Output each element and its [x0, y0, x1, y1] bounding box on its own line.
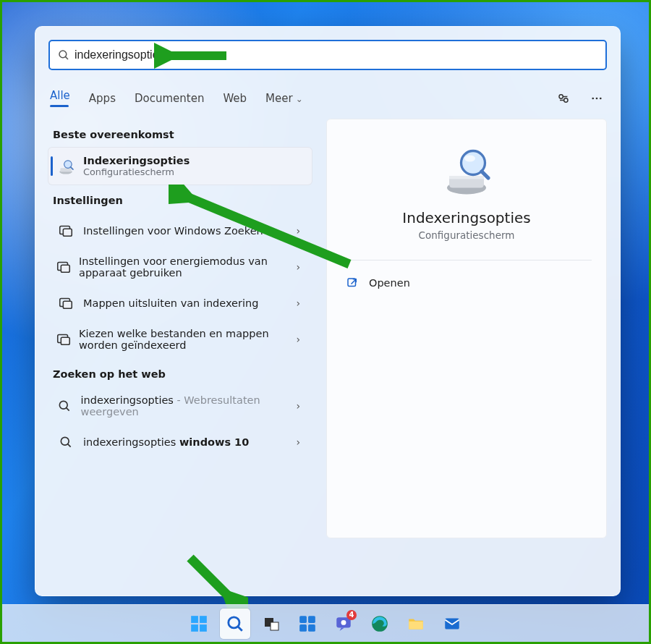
settings-icon [56, 257, 72, 277]
settings-icon [56, 329, 72, 349]
action-label: Openen [369, 277, 410, 289]
tab-web[interactable]: Web [223, 88, 247, 109]
result-title: Instellingen voor Windows Zoeken [83, 225, 263, 237]
svg-rect-41 [299, 616, 307, 623]
result-settings-2[interactable]: Mappen uitsluiten van indexering › [48, 286, 312, 321]
svg-rect-18 [61, 337, 69, 344]
svg-point-3 [564, 98, 568, 101]
chevron-right-icon[interactable]: › [292, 400, 305, 412]
svg-rect-44 [308, 624, 315, 632]
chevron-right-icon[interactable]: › [292, 297, 305, 309]
tab-all[interactable]: Alle [50, 85, 70, 111]
chevron-right-icon[interactable]: › [292, 334, 305, 345]
svg-rect-16 [63, 301, 72, 308]
svg-point-5 [596, 97, 598, 99]
task-view-button[interactable] [256, 609, 286, 639]
section-best-match: Beste overeenkomst [53, 129, 312, 140]
details-subtitle: Configuratiescherm [341, 229, 592, 241]
svg-point-4 [592, 97, 594, 99]
result-subtitle: Configuratiescherm [83, 166, 190, 177]
svg-rect-42 [308, 616, 315, 623]
svg-rect-12 [63, 229, 72, 236]
svg-point-2 [559, 94, 563, 98]
result-title: indexeringsopties windows 10 [83, 436, 249, 448]
search-input[interactable] [75, 48, 598, 62]
svg-rect-40 [271, 622, 278, 630]
taskbar: 4 [2, 604, 649, 642]
settings-icon [56, 293, 76, 313]
indexing-options-icon [441, 145, 493, 198]
details-pane: Indexeringsopties Configuratiescherm Ope… [326, 119, 607, 538]
tab-documents[interactable]: Documenten [135, 88, 204, 109]
open-icon [344, 275, 360, 291]
svg-rect-33 [191, 616, 198, 623]
svg-rect-14 [61, 265, 69, 272]
result-best-match[interactable]: Indexeringsopties Configuratiescherm [48, 148, 312, 185]
svg-rect-25 [449, 176, 484, 179]
svg-rect-35 [191, 624, 198, 632]
svg-line-20 [67, 408, 69, 411]
svg-line-22 [68, 444, 71, 447]
search-icon [56, 432, 76, 452]
svg-point-6 [600, 97, 602, 99]
svg-rect-43 [299, 624, 307, 632]
section-settings: Instellingen [53, 195, 312, 206]
svg-point-46 [341, 619, 346, 624]
svg-line-38 [238, 626, 242, 630]
result-title: Indexeringsopties [83, 155, 190, 166]
result-title: Mappen uitsluiten van indexering [83, 297, 258, 309]
chevron-down-icon: ⌄ [296, 94, 303, 104]
svg-point-21 [61, 437, 69, 445]
action-open[interactable]: Openen [341, 269, 592, 297]
svg-point-37 [229, 617, 239, 627]
widgets-button[interactable] [292, 609, 323, 639]
result-title: Instellingen voor energiemodus van appar… [79, 255, 292, 279]
search-icon [57, 48, 70, 62]
more-options-button[interactable] [587, 88, 607, 109]
search-flyout: Alle Apps Documenten Web Meer⌄ Beste ove… [35, 26, 621, 596]
chevron-right-icon[interactable]: › [292, 436, 305, 448]
svg-rect-34 [200, 616, 207, 623]
svg-rect-29 [348, 279, 356, 287]
svg-point-0 [59, 51, 67, 58]
section-web: Zoeken op het web [53, 368, 312, 380]
chat-badge: 4 [346, 610, 357, 620]
svg-point-27 [464, 156, 475, 162]
svg-rect-8 [60, 168, 71, 171]
tab-more[interactable]: Meer⌄ [265, 88, 303, 109]
result-web-0[interactable]: indexeringsopties - Webresultaten weerge… [48, 387, 312, 425]
chevron-right-icon[interactable]: › [292, 261, 305, 273]
divider [341, 260, 592, 260]
result-title: indexeringsopties - Webresultaten weerge… [81, 394, 292, 418]
svg-line-1 [65, 56, 68, 59]
result-title: Kiezen welke bestanden en mappen worden … [79, 328, 292, 351]
start-button[interactable] [184, 609, 214, 639]
svg-rect-49 [445, 618, 459, 629]
search-button[interactable] [220, 609, 250, 639]
results-column: Beste overeenkomst Indexeringsopties Con… [48, 119, 312, 538]
svg-point-19 [60, 401, 68, 409]
result-settings-0[interactable]: Instellingen voor Windows Zoeken › [48, 213, 312, 248]
chevron-right-icon[interactable]: › [292, 225, 305, 237]
tab-apps[interactable]: Apps [89, 88, 116, 109]
edge-button[interactable] [365, 609, 395, 639]
result-settings-1[interactable]: Instellingen voor energiemodus van appar… [48, 248, 312, 286]
result-web-1[interactable]: indexeringsopties windows 10 › [48, 425, 312, 459]
search-icon [56, 396, 74, 416]
indexing-options-icon [56, 156, 76, 177]
result-settings-3[interactable]: Kiezen welke bestanden en mappen worden … [48, 321, 312, 358]
svg-rect-48 [409, 621, 423, 629]
chat-button[interactable]: 4 [328, 609, 359, 639]
svg-rect-36 [200, 624, 207, 632]
mail-button[interactable] [437, 609, 467, 639]
search-box[interactable] [48, 40, 607, 70]
details-title: Indexeringsopties [341, 209, 592, 226]
search-filter-tabs: Alle Apps Documenten Web Meer⌄ [50, 85, 607, 111]
settings-icon [56, 221, 76, 241]
search-across-button[interactable] [553, 88, 574, 109]
file-explorer-button[interactable] [401, 609, 431, 639]
